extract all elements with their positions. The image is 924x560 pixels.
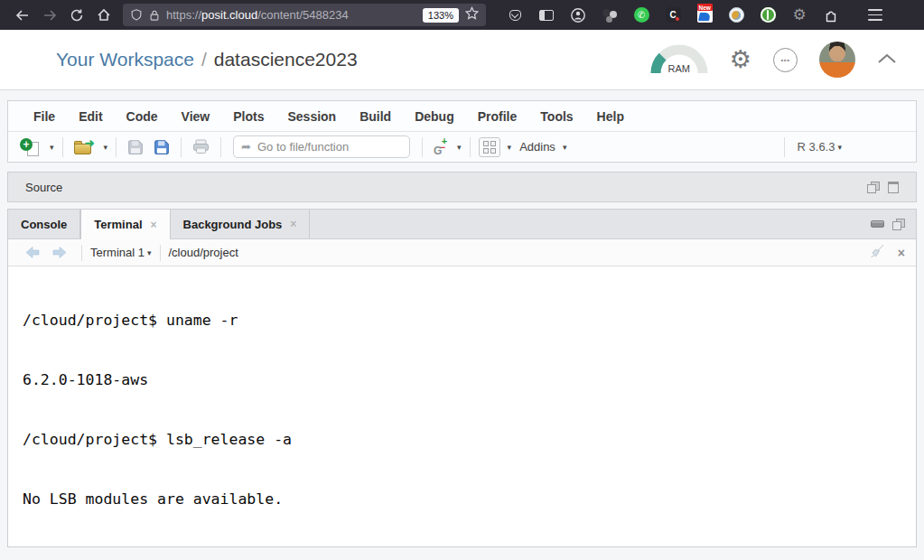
terminal-line: No LSB modules are available. xyxy=(23,490,916,509)
ram-gauge-label: RAM xyxy=(668,63,690,74)
shield-icon[interactable] xyxy=(130,8,143,22)
open-file-button[interactable]: ➜ xyxy=(71,137,97,156)
source-pane-header: Source xyxy=(7,172,917,202)
zoom-level-badge[interactable]: 133% xyxy=(423,8,459,23)
print-button[interactable] xyxy=(190,137,212,156)
extensions-puzzle-icon[interactable] xyxy=(822,6,840,24)
spheres-icon[interactable] xyxy=(601,6,619,24)
c-app-icon[interactable]: C xyxy=(664,6,682,24)
console-tab-bar: Console Terminal× Background Jobs× xyxy=(8,210,916,239)
menu-item-debug[interactable]: Debug xyxy=(403,109,466,124)
breadcrumb-workspace-link[interactable]: Your Workspace xyxy=(56,49,194,70)
folder-arrow-icon: ➜ xyxy=(85,137,95,149)
new-file-caret-icon[interactable]: ▾ xyxy=(50,143,54,152)
browser-toolbar: https://posit.cloud/content/5488234 133%… xyxy=(0,0,924,30)
goto-file-function-input[interactable] xyxy=(257,140,416,154)
terminal-back-icon[interactable] xyxy=(25,247,40,258)
terminal-selector-caret-icon[interactable]: ▾ xyxy=(147,248,152,257)
posit-header: Your Workspace/datascience2023 RAM ⚙ ••• xyxy=(0,30,924,90)
url-domain: posit.cloud xyxy=(201,8,257,22)
addins-button[interactable]: Addins xyxy=(519,140,555,154)
coin-extension-icon[interactable] xyxy=(727,6,745,24)
terminal-output[interactable]: /cloud/project$ uname -r 6.2.0-1018-aws … xyxy=(8,266,916,546)
r-version-selector[interactable]: R 3.6.3 xyxy=(798,140,835,154)
breadcrumb-project-name: datascience2023 xyxy=(214,49,358,70)
url-text: https://posit.cloud/content/5488234 xyxy=(166,8,416,22)
menu-item-profile[interactable]: Profile xyxy=(466,109,529,124)
back-icon[interactable] xyxy=(9,4,36,27)
menu-item-help[interactable]: Help xyxy=(585,109,636,124)
tab-terminal-close-icon[interactable]: × xyxy=(151,219,157,231)
console-restore-icon[interactable] xyxy=(892,219,905,230)
menu-hamburger-icon[interactable] xyxy=(868,9,882,20)
addins-caret-icon[interactable]: ▾ xyxy=(563,143,567,152)
menu-item-plots[interactable]: Plots xyxy=(221,109,275,124)
plus-icon: + xyxy=(20,138,33,151)
url-scheme: https:// xyxy=(166,8,201,22)
whatsapp-icon[interactable]: ✆ xyxy=(632,6,650,24)
menu-item-file[interactable]: File xyxy=(22,109,67,124)
source-pane-title: Source xyxy=(25,181,62,194)
source-maximize-icon[interactable] xyxy=(888,182,899,193)
rstudio-app: File Edit Code View Plots Session Build … xyxy=(0,90,924,547)
forward-icon[interactable] xyxy=(36,4,63,27)
url-path: /content/5488234 xyxy=(257,8,348,22)
workspace-panes-button[interactable] xyxy=(479,137,500,157)
terminal-line: /cloud/project$ uname -r xyxy=(23,311,916,331)
r-version-caret-icon[interactable]: ▾ xyxy=(837,143,842,152)
terminal-forward-icon[interactable] xyxy=(52,247,67,258)
tab-console[interactable]: Console xyxy=(8,210,80,238)
terminal-line: /cloud/project$ lsb_release -a xyxy=(23,430,916,450)
menu-item-session[interactable]: Session xyxy=(275,109,348,124)
goto-file-function-box[interactable]: ➦ xyxy=(233,135,410,158)
console-pane: Console Terminal× Background Jobs× Termi… xyxy=(7,209,917,547)
avatar[interactable] xyxy=(819,42,855,78)
menu-item-tools[interactable]: Tools xyxy=(528,109,584,124)
screen: https://posit.cloud/content/5488234 133%… xyxy=(0,0,924,560)
menu-item-code[interactable]: Code xyxy=(115,109,170,124)
more-options-icon[interactable]: ••• xyxy=(773,48,798,72)
clear-terminal-icon[interactable] xyxy=(869,244,885,262)
close-terminal-pane-icon[interactable]: × xyxy=(898,247,905,259)
pocket-icon[interactable] xyxy=(506,6,524,24)
console-minimize-icon[interactable] xyxy=(871,220,884,228)
menu-item-edit[interactable]: Edit xyxy=(67,109,114,124)
terminal-toolbar: Terminal 1 ▾ /cloud/project × xyxy=(8,239,916,266)
settings-gear-icon[interactable]: ⚙ xyxy=(730,48,751,72)
version-control-caret-icon[interactable]: ▾ xyxy=(457,143,462,152)
tab-background-jobs-close-icon[interactable]: × xyxy=(290,218,296,230)
save-button[interactable] xyxy=(125,137,146,157)
bookmark-star-icon[interactable] xyxy=(465,6,479,23)
sidebar-icon[interactable] xyxy=(537,6,555,24)
tab-background-jobs[interactable]: Background Jobs× xyxy=(171,210,311,238)
breadcrumb-separator: / xyxy=(201,49,207,70)
blue-swoosh xyxy=(698,13,711,21)
green-extension-icon[interactable] xyxy=(759,6,777,24)
open-file-caret-icon[interactable]: ▾ xyxy=(104,143,108,152)
breadcrumb: Your Workspace/datascience2023 xyxy=(56,49,358,70)
new-file-button[interactable]: + xyxy=(17,136,42,158)
notification-dot xyxy=(675,16,680,22)
home-icon[interactable] xyxy=(90,4,117,27)
terminal-working-directory: /cloud/project xyxy=(169,246,238,259)
terminal-selector[interactable]: Terminal 1 xyxy=(90,246,145,259)
settings-gear-icon[interactable]: ⚙ xyxy=(790,6,808,24)
lock-icon[interactable] xyxy=(149,9,160,22)
main-toolbar: + ▾ ➜ ▾ xyxy=(8,131,916,162)
menu-item-build[interactable]: Build xyxy=(348,109,403,124)
new-badge-extension-icon[interactable]: New xyxy=(695,6,714,24)
ram-gauge: RAM xyxy=(650,44,708,75)
workspace-panes-caret-icon[interactable]: ▾ xyxy=(508,143,512,152)
menu-toolbar-panel: File Edit Code View Plots Session Build … xyxy=(7,100,917,163)
menu-item-view[interactable]: View xyxy=(170,109,222,124)
chevron-up-icon[interactable] xyxy=(877,51,897,68)
menu-bar: File Edit Code View Plots Session Build … xyxy=(8,101,916,131)
reload-icon[interactable] xyxy=(63,4,90,27)
source-restore-icon[interactable] xyxy=(867,182,880,193)
account-icon[interactable] xyxy=(569,6,587,24)
version-control-button[interactable]: +−G xyxy=(431,136,450,157)
save-all-button[interactable] xyxy=(151,137,173,157)
terminal-line: 6.2.0-1018-aws xyxy=(23,370,916,390)
url-bar[interactable]: https://posit.cloud/content/5488234 133% xyxy=(123,4,486,26)
tab-terminal[interactable]: Terminal× xyxy=(80,210,170,239)
